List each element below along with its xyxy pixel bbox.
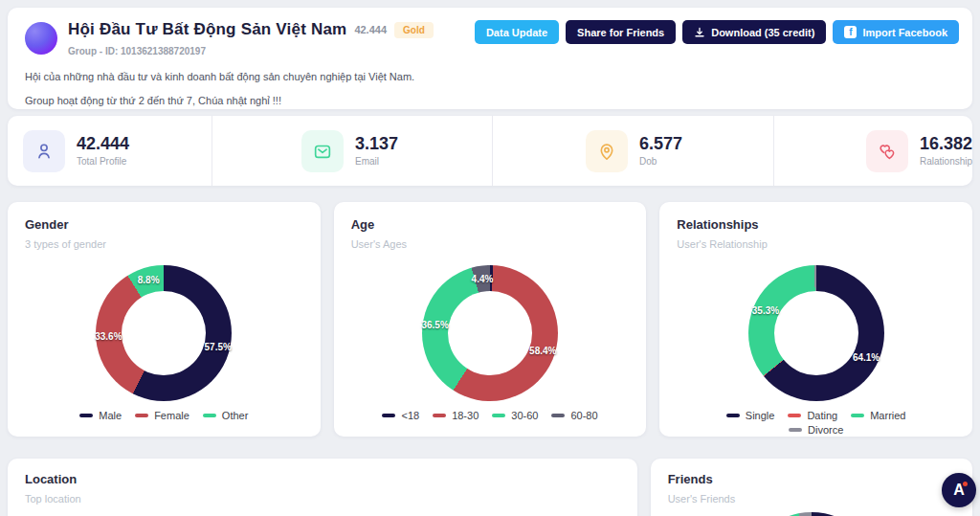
gender-legend: MaleFemaleOther	[44, 410, 283, 421]
legend-marker	[789, 428, 802, 432]
legend-label: 18-30	[452, 410, 479, 421]
charts-row: Gender 3 types of gender 57.5%33.6%8.8% …	[8, 202, 972, 437]
slice-label: 64.1%	[853, 351, 880, 362]
legend-marker	[79, 414, 93, 417]
legend-marker	[135, 414, 148, 417]
group-description-line1: Hội của những nhà đầu tư và kinh doanh b…	[25, 71, 414, 82]
legend-label: 60-80	[570, 410, 597, 421]
friends-donut-chart-partial[interactable]	[744, 512, 880, 516]
stat-total-profile: 42.444 Total Profile	[8, 116, 212, 186]
bottom-row: Location Top location Friends User's Fri…	[8, 459, 972, 516]
chart-title: Relationships	[677, 217, 955, 232]
donut-hole	[122, 291, 206, 375]
legend-item[interactable]: 30-60	[492, 410, 538, 421]
legend-label: Single	[746, 410, 775, 421]
legend-label: <18	[401, 410, 419, 421]
legend-label: 30-60	[511, 410, 538, 421]
chart-subtitle: User's Relationship	[677, 238, 955, 250]
donut-hole	[448, 291, 532, 375]
email-icon	[301, 130, 344, 172]
slice-label: 8.8%	[138, 275, 160, 285]
gender-chart-card: Gender 3 types of gender 57.5%33.6%8.8% …	[8, 202, 321, 437]
stats-summary-card: 42.444 Total Profile 3.137 Email 6.577 D…	[8, 116, 972, 186]
stat-value: 42.444	[77, 135, 129, 154]
slice-label: 57.5%	[205, 341, 232, 351]
legend-label: Divorce	[808, 424, 843, 436]
location-card: Location Top location	[8, 459, 637, 516]
legend-marker	[433, 414, 446, 417]
legend-marker	[492, 414, 505, 417]
legend-marker	[851, 414, 864, 417]
gold-badge: Gold	[394, 22, 434, 38]
slice-label: 58.4%	[529, 345, 556, 355]
group-header-card: Hội Đầu Tư Bất Động Sản Việt Nam 42.444 …	[8, 8, 972, 109]
legend-label: Male	[99, 410, 122, 421]
legend-label: Dating	[807, 410, 837, 421]
relationships-chart-card: Relationships User's Relationship 64.1%3…	[659, 202, 972, 437]
stat-dob: 6.577 Dob	[493, 116, 774, 186]
legend-label: Other	[222, 410, 249, 421]
header-actions: Data Update Share for Friends Download (…	[475, 20, 959, 44]
hearts-icon	[866, 130, 908, 172]
legend-item[interactable]: 60-80	[551, 410, 597, 421]
stat-relationship: 16.382 Ralationship	[774, 116, 972, 186]
legend-item[interactable]: Single	[726, 410, 775, 421]
chart-subtitle: Top location	[25, 493, 620, 505]
slice-label: 35.3%	[752, 304, 779, 315]
stat-label: Total Profile	[77, 156, 129, 167]
data-update-button[interactable]: Data Update	[475, 20, 559, 44]
legend-item[interactable]: Married	[851, 410, 905, 421]
legend-marker	[788, 414, 801, 417]
slice-label: 4.4%	[472, 273, 494, 283]
facebook-icon	[844, 26, 857, 38]
age-donut-chart[interactable]: 58.4%36.5%4.4%	[422, 265, 558, 401]
legend-item[interactable]: Other	[203, 410, 249, 421]
chart-title: Location	[25, 472, 620, 486]
chart-title: Friends	[668, 472, 955, 486]
stat-label: Ralationship	[920, 156, 972, 167]
legend-label: Female	[154, 410, 189, 421]
group-avatar[interactable]	[25, 22, 57, 55]
assistant-fab-button[interactable]: A	[942, 473, 976, 507]
legend-marker	[726, 414, 740, 417]
stat-value: 3.137	[355, 135, 398, 154]
location-pin-icon	[586, 130, 628, 172]
age-legend: <1818-3030-6060-80	[370, 410, 610, 421]
chart-subtitle: User's Friends	[668, 493, 955, 505]
stat-value: 16.382	[920, 135, 972, 154]
page-title: Hội Đầu Tư Bất Động Sản Việt Nam	[68, 20, 346, 39]
donut-hole	[774, 291, 858, 375]
download-button[interactable]: Download (35 credit)	[682, 20, 826, 44]
legend-item[interactable]: <18	[382, 410, 419, 421]
legend-marker	[203, 414, 216, 417]
legend-item[interactable]: Dating	[788, 410, 837, 421]
fab-notification-dot	[963, 482, 968, 486]
import-facebook-button[interactable]: Import Facebook	[833, 20, 959, 44]
chart-title: Age	[351, 217, 630, 232]
age-chart-card: Age User's Ages 58.4%36.5%4.4% <1818-303…	[334, 202, 647, 437]
relationships-legend: SingleDatingMarriedDivorce	[697, 410, 936, 436]
legend-item[interactable]: Female	[135, 410, 189, 421]
stat-label: Dob	[639, 156, 682, 167]
legend-marker	[382, 414, 395, 417]
legend-item[interactable]: Divorce	[789, 424, 843, 436]
legend-marker	[551, 414, 565, 417]
chart-subtitle: 3 types of gender	[25, 238, 303, 250]
relationships-donut-chart[interactable]: 64.1%35.3%	[748, 265, 884, 401]
friends-card: Friends User's Friends	[651, 459, 972, 516]
download-icon	[694, 27, 705, 38]
group-id: Group - ID: 1013621388720197	[68, 46, 434, 56]
stat-value: 6.577	[639, 135, 682, 154]
legend-label: Married	[870, 410, 905, 421]
legend-item[interactable]: 18-30	[433, 410, 479, 421]
gender-donut-chart[interactable]: 57.5%33.6%8.8%	[96, 265, 232, 401]
chart-title: Gender	[25, 217, 303, 232]
chart-subtitle: User's Ages	[351, 238, 630, 250]
member-count: 42.444	[354, 24, 387, 35]
legend-item[interactable]: Male	[79, 410, 122, 421]
share-for-friends-button[interactable]: Share for Friends	[566, 20, 676, 44]
group-description-line2: Group hoạt động từ thứ 2 đến thứ 7, Chúa…	[25, 95, 281, 106]
stat-label: Email	[355, 156, 398, 167]
user-icon	[23, 130, 65, 172]
stat-email: 3.137 Email	[212, 116, 493, 186]
